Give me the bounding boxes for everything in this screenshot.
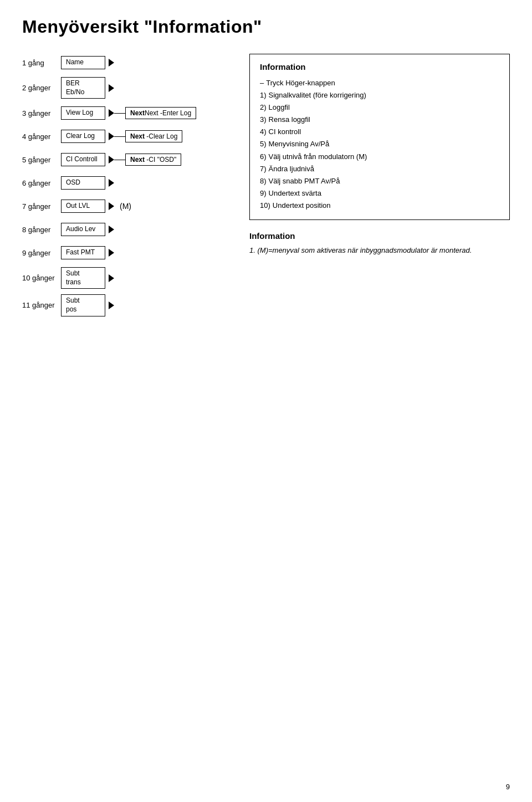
right-column: Information – Tryck Höger-knappen 1) Sig… (249, 54, 510, 256)
info-item-10: 10) Undertext position (260, 200, 499, 212)
info-item-4: 4) CI kontroll (260, 126, 499, 138)
info-note-text: 1. (M)=menyval som aktiveras när inbyggn… (249, 245, 510, 256)
press-count-10: 10 gånger (22, 274, 61, 282)
info-list: – Tryck Höger-knappen 1) Signalkvalitet … (260, 77, 499, 212)
connector-4 (114, 136, 125, 137)
menu-row-5: 5 gånger CI Controll Next -CI "OSD" (22, 151, 227, 168)
info-item-9: 9) Undertext svärta (260, 187, 499, 200)
page-title: Menyöversikt "Information" (22, 17, 510, 37)
menu-box-outlvl: Out LVL (61, 200, 105, 213)
info-item-7: 7) Ändra ljudnivå (260, 163, 499, 175)
menu-box-audiolev: Audio Lev (61, 223, 105, 236)
press-count-5: 5 gånger (22, 156, 61, 164)
menu-row-3: 3 gånger View Log NextNext -Enter Log (22, 104, 227, 122)
menu-row-1: 1 gång Name (22, 54, 227, 71)
info-item-5: 5) Menyvisning Av/På (260, 138, 499, 150)
arrow-subtpos (109, 302, 114, 309)
info-item-2: 2) Loggfil (260, 101, 499, 114)
press-count-2: 2 gånger (22, 84, 61, 92)
menu-box-viewlog: View Log (61, 106, 105, 120)
press-count-6: 6 gånger (22, 179, 61, 187)
menu-row-7: 7 gånger Out LVL (M) (22, 197, 227, 215)
menu-box-osd: OSD (61, 176, 105, 190)
menu-row-6: 6 gånger OSD (22, 174, 227, 192)
arrow-osd (109, 179, 114, 187)
page-number: 9 (506, 783, 510, 791)
info-note: Information 1. (M)=menyval som aktiveras… (249, 231, 510, 256)
arrow-audiolev (109, 226, 114, 233)
menu-box-ber: BER Eb/No (61, 77, 105, 99)
arrow-subttrans (109, 274, 114, 282)
info-box-title: Information (260, 62, 499, 71)
info-item-1: 1) Signalkvalitet (före korrigering) (260, 89, 499, 101)
arrow-clearlog (109, 132, 114, 140)
menu-diagram: 1 gång Name 2 gånger BER Eb/No 3 gånger … (22, 54, 227, 322)
connector-5 (114, 160, 125, 160)
press-count-11: 11 gånger (22, 301, 61, 309)
arrow-ber (109, 84, 114, 92)
connector-3 (114, 113, 125, 114)
menu-box-name: Name (61, 56, 105, 69)
menu-row-2: 2 gånger BER Eb/No (22, 77, 227, 99)
info-item-6: 6) Välj utnivå från modulatorn (M) (260, 151, 499, 163)
info-item-3: 3) Rensa loggfil (260, 114, 499, 126)
menu-box-clearlog: Clear Log (61, 130, 105, 143)
press-count-8: 8 gånger (22, 226, 61, 234)
menu-row-4: 4 gånger Clear Log Next -Clear Log (22, 127, 227, 145)
arrow-name (109, 59, 114, 67)
press-count-1: 1 gång (22, 59, 61, 67)
info-box-main: Information – Tryck Höger-knappen 1) Sig… (249, 54, 510, 220)
menu-box-fastpmt: Fast PMT (61, 246, 105, 259)
menu-box-subttrans: Subt trans (61, 267, 105, 289)
menu-row-9: 9 gånger Fast PMT (22, 244, 227, 262)
arrow-viewlog (109, 109, 114, 117)
arrow-cicontroll (109, 156, 114, 164)
press-count-4: 4 gånger (22, 132, 61, 141)
next-box-clearlog: Next -Clear Log (125, 130, 182, 142)
menu-box-subtpos: Subt pos (61, 294, 105, 316)
m-label: (M) (120, 202, 131, 211)
next-box-cicontroll: Next -CI "OSD" (125, 154, 181, 166)
press-count-9: 9 gånger (22, 249, 61, 257)
info-item-0: – Tryck Höger-knappen (260, 77, 499, 89)
press-count-3: 3 gånger (22, 109, 61, 118)
arrow-outlvl (109, 202, 114, 210)
next-box-viewlog: NextNext -Enter Log (125, 107, 196, 119)
menu-row-8: 8 gånger Audio Lev (22, 221, 227, 238)
main-content: 1 gång Name 2 gånger BER Eb/No 3 gånger … (22, 54, 510, 322)
info-note-title: Information (249, 231, 510, 241)
arrow-fastpmt (109, 249, 114, 257)
menu-box-cicontroll: CI Controll (61, 153, 105, 166)
info-item-8: 8) Välj snabb PMT Av/På (260, 175, 499, 187)
menu-row-11: 11 gånger Subt pos (22, 294, 227, 316)
press-count-7: 7 gånger (22, 202, 61, 211)
menu-row-10: 10 gånger Subt trans (22, 267, 227, 289)
